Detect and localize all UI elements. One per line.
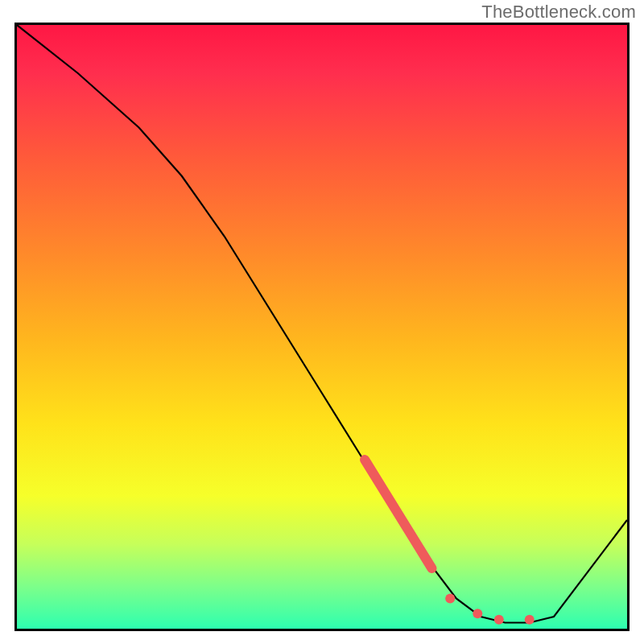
marker-dot-4 (525, 615, 535, 625)
curve-path (17, 25, 627, 623)
marker-dot-1 (445, 594, 455, 604)
chart-overlay (17, 25, 627, 629)
thick-marker-segment (365, 460, 431, 568)
attribution-text: TheBottleneck.com (481, 2, 636, 23)
marker-dot-3 (494, 615, 504, 625)
chart-wrap: TheBottleneck.com (0, 0, 644, 644)
marker-dot-2 (473, 609, 482, 618)
plot-area (14, 23, 630, 631)
